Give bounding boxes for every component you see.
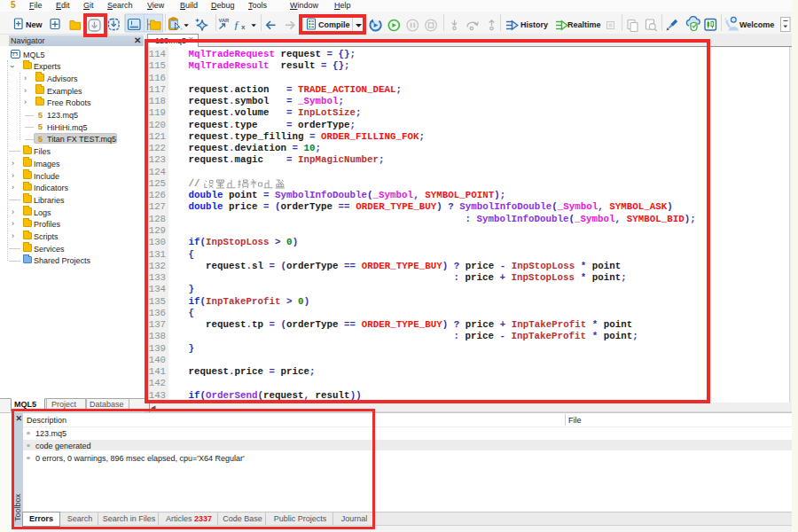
svg-text:x: x xyxy=(241,23,246,31)
svg-text:ƒ: ƒ xyxy=(234,18,240,31)
svg-text:VAR: VAR xyxy=(219,18,231,23)
